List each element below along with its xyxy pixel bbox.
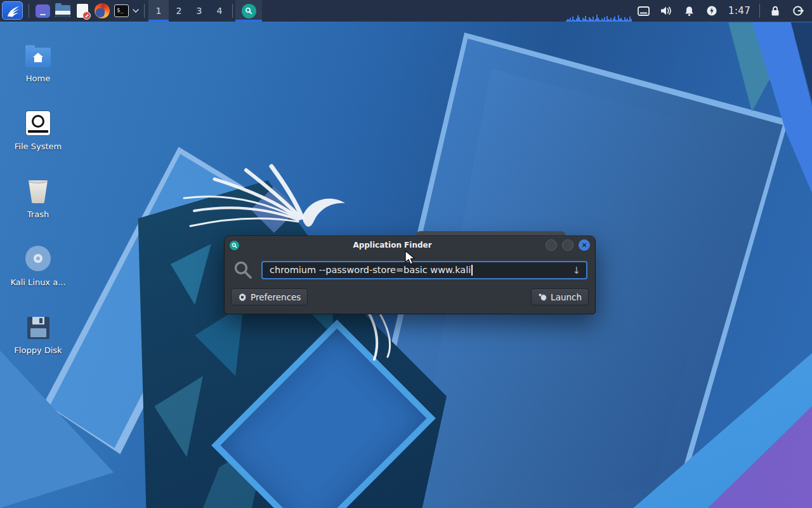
- workspace-button-2[interactable]: 2: [169, 0, 189, 22]
- kali-dragon-icon: [5, 4, 20, 18]
- panel-separator: [29, 4, 29, 18]
- terminal-icon: $_: [114, 4, 129, 17]
- desktop-icon-home[interactable]: Home: [5, 34, 71, 98]
- close-button[interactable]: ✕: [579, 239, 590, 251]
- desktop-icon-label: Floppy Disk: [14, 345, 62, 355]
- desktop-icon-label: Kali Linux a...: [10, 277, 65, 287]
- search-input[interactable]: chromium --password-store=basic www.kali…: [261, 261, 587, 279]
- cpu-load-graph[interactable]: [566, 0, 632, 22]
- kali-menu-button[interactable]: [2, 1, 23, 20]
- desktop-icon-label: File System: [15, 142, 62, 151]
- disc-icon: [25, 238, 51, 271]
- panel-separator: [759, 4, 760, 18]
- preferences-button[interactable]: Preferences: [231, 288, 308, 305]
- panel-clock[interactable]: 1:47: [723, 5, 756, 17]
- top-panel: $_ 1 2 3 4 1:47: [0, 0, 812, 22]
- workspace-button-1[interactable]: 1: [148, 0, 169, 22]
- launcher-text-editor[interactable]: [72, 0, 92, 22]
- window-titlebar-finder-icon: [230, 241, 239, 250]
- power-manager-icon[interactable]: [700, 0, 723, 22]
- workspace-button-3[interactable]: 3: [189, 0, 209, 22]
- desktop-icon-floppy-disk[interactable]: Floppy Disk: [5, 306, 71, 370]
- search-icon: [233, 260, 252, 279]
- launcher-firefox[interactable]: [92, 0, 112, 22]
- firefox-icon: [95, 3, 110, 18]
- preferences-label: Preferences: [251, 292, 301, 302]
- launch-label: Launch: [551, 292, 582, 302]
- minimize-button[interactable]: [546, 239, 557, 251]
- logout-icon[interactable]: [787, 0, 809, 22]
- gear-icon: [238, 293, 247, 302]
- desktop-icon-file-system[interactable]: File System: [5, 102, 71, 166]
- terminal-dropdown-chevron-icon[interactable]: [131, 9, 140, 13]
- volume-icon[interactable]: [655, 0, 678, 22]
- desktop-icon-label: Trash: [27, 210, 49, 219]
- floppy-disk-icon: [27, 306, 49, 339]
- active-underline: [148, 20, 169, 22]
- desktop-icon-label: Home: [26, 74, 50, 83]
- close-icon: ✕: [581, 242, 587, 249]
- desktop-icon-trash[interactable]: Trash: [5, 170, 71, 234]
- dropdown-arrow-icon[interactable]: ↓: [572, 265, 580, 276]
- workspace-label: 3: [197, 6, 202, 16]
- display-icon[interactable]: [632, 0, 655, 22]
- workspace-label: 2: [176, 6, 182, 16]
- panel-separator: [144, 4, 145, 18]
- workspace-label: 1: [156, 6, 162, 16]
- workspace-label: 4: [217, 6, 223, 16]
- panel-separator: [232, 4, 233, 18]
- desktop-icon-kali-linux[interactable]: Kali Linux a...: [5, 238, 71, 302]
- search-input-value: chromium --password-store=basic www.kali: [270, 265, 471, 275]
- text-caret: [471, 265, 473, 276]
- launcher-window-app[interactable]: [33, 0, 53, 22]
- home-folder-icon: [25, 34, 51, 67]
- taskbar-button-application-finder[interactable]: [235, 0, 262, 22]
- dragon-head: [302, 199, 345, 227]
- window-title: Application Finder: [239, 241, 546, 250]
- trash-icon: [29, 170, 48, 203]
- application-finder-window: Application Finder ✕ chromium --password…: [224, 236, 596, 314]
- launch-gear-icon: [538, 293, 547, 302]
- notifications-bell-icon[interactable]: [678, 0, 700, 22]
- file-manager-icon: [55, 5, 70, 17]
- app-finder-icon: [242, 4, 256, 18]
- file-system-drive-icon: [26, 102, 50, 135]
- window-icon: [36, 4, 50, 18]
- launcher-file-manager[interactable]: [53, 0, 72, 22]
- active-underline: [235, 20, 262, 22]
- text-editor-icon: [77, 4, 88, 18]
- launcher-terminal[interactable]: $_: [112, 0, 131, 22]
- maximize-button[interactable]: [562, 239, 573, 251]
- mouse-cursor: [404, 250, 418, 267]
- launch-button[interactable]: Launch: [531, 288, 589, 305]
- lock-icon[interactable]: [764, 0, 787, 22]
- workspace-button-4[interactable]: 4: [209, 0, 230, 22]
